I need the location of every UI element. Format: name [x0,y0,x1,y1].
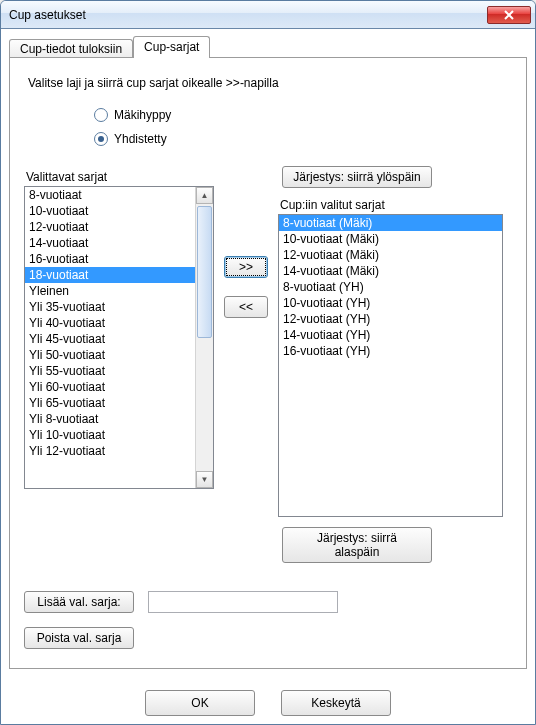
radio-icon [94,132,108,146]
list-item[interactable]: 14-vuotiaat (YH) [279,327,502,343]
list-item[interactable]: Yli 55-vuotiaat [25,363,195,379]
list-item[interactable]: 12-vuotiaat [25,219,195,235]
list-item[interactable]: 10-vuotiaat (Mäki) [279,231,502,247]
tab-cup-tiedot[interactable]: Cup-tiedot tuloksiin [9,39,133,59]
transfer-buttons: >> << [224,256,268,318]
sport-radio-group: Mäkihyppy Yhdistetty [94,108,512,146]
scroll-down-button[interactable]: ▼ [196,471,213,488]
move-right-button[interactable]: >> [224,256,268,278]
list-item[interactable]: 14-vuotiaat [25,235,195,251]
available-scrollbar[interactable]: ▲ ▼ [195,187,213,488]
dialog-footer: OK Keskeytä [1,690,535,716]
radio-makihyppy[interactable]: Mäkihyppy [94,108,512,122]
list-item[interactable]: Yli 65-vuotiaat [25,395,195,411]
scroll-up-button[interactable]: ▲ [196,187,213,204]
client-area: Cup-tiedot tuloksiin Cup-sarjat Valitse … [1,29,535,724]
available-list-inner: 8-vuotiaat10-vuotiaat12-vuotiaat14-vuoti… [25,187,195,488]
add-series-row: Lisää val. sarja: [24,591,512,613]
list-item[interactable]: Yli 8-vuotiaat [25,411,195,427]
radio-label: Yhdistetty [114,132,167,146]
move-left-button[interactable]: << [224,296,268,318]
list-item[interactable]: 18-vuotiaat [25,267,195,283]
list-item[interactable]: 10-vuotiaat (YH) [279,295,502,311]
list-item[interactable]: Yli 35-vuotiaat [25,299,195,315]
titlebar: Cup asetukset [1,1,535,29]
list-item[interactable]: 8-vuotiaat [25,187,195,203]
available-column: Valittavat sarjat 8-vuotiaat10-vuotiaat1… [24,166,214,489]
add-series-input[interactable] [148,591,338,613]
tabstrip: Cup-tiedot tuloksiin Cup-sarjat [9,35,527,57]
dual-list-area: Valittavat sarjat 8-vuotiaat10-vuotiaat1… [24,166,512,563]
list-item[interactable]: 12-vuotiaat (YH) [279,311,502,327]
tab-cup-sarjat[interactable]: Cup-sarjat [133,36,210,58]
list-item[interactable]: 10-vuotiaat [25,203,195,219]
list-item[interactable]: Yli 45-vuotiaat [25,331,195,347]
chosen-column: Järjestys: siirrä ylöspäin Cup:iin valit… [278,166,512,563]
list-item[interactable]: 16-vuotiaat [25,251,195,267]
radio-yhdistetty[interactable]: Yhdistetty [94,132,512,146]
list-item[interactable]: Yli 50-vuotiaat [25,347,195,363]
window-title: Cup asetukset [9,8,487,22]
order-up-button[interactable]: Järjestys: siirrä ylöspäin [282,166,432,188]
list-item[interactable]: Yli 40-vuotiaat [25,315,195,331]
chosen-list-inner: 8-vuotiaat (Mäki)10-vuotiaat (Mäki)12-vu… [279,215,502,359]
list-item[interactable]: 14-vuotiaat (Mäki) [279,263,502,279]
list-item[interactable]: 16-vuotiaat (YH) [279,343,502,359]
scroll-thumb[interactable] [197,206,212,338]
available-label: Valittavat sarjat [26,170,214,184]
available-listbox[interactable]: 8-vuotiaat10-vuotiaat12-vuotiaat14-vuoti… [24,186,214,489]
list-item[interactable]: Yli 12-vuotiaat [25,443,195,459]
instruction-text: Valitse laji ja siirrä cup sarjat oikeal… [28,76,512,90]
list-item[interactable]: Yli 60-vuotiaat [25,379,195,395]
close-button[interactable] [487,6,531,24]
chosen-listbox[interactable]: 8-vuotiaat (Mäki)10-vuotiaat (Mäki)12-vu… [278,214,503,517]
chosen-label: Cup:iin valitut sarjat [280,198,512,212]
scroll-track[interactable] [196,204,213,471]
cancel-button[interactable]: Keskeytä [281,690,391,716]
close-icon [503,10,515,20]
order-down-button[interactable]: Järjestys: siirrä alaspäin [282,527,432,563]
delete-series-button[interactable]: Poista val. sarja [24,627,134,649]
list-item[interactable]: Yli 10-vuotiaat [25,427,195,443]
radio-icon [94,108,108,122]
ok-button[interactable]: OK [145,690,255,716]
tabpanel-cup-sarjat: Valitse laji ja siirrä cup sarjat oikeal… [9,57,527,669]
add-series-button[interactable]: Lisää val. sarja: [24,591,134,613]
list-item[interactable]: 12-vuotiaat (Mäki) [279,247,502,263]
radio-label: Mäkihyppy [114,108,171,122]
dialog-window: Cup asetukset Cup-tiedot tuloksiin Cup-s… [0,0,536,725]
list-item[interactable]: Yleinen [25,283,195,299]
list-item[interactable]: 8-vuotiaat (Mäki) [279,215,502,231]
list-item[interactable]: 8-vuotiaat (YH) [279,279,502,295]
